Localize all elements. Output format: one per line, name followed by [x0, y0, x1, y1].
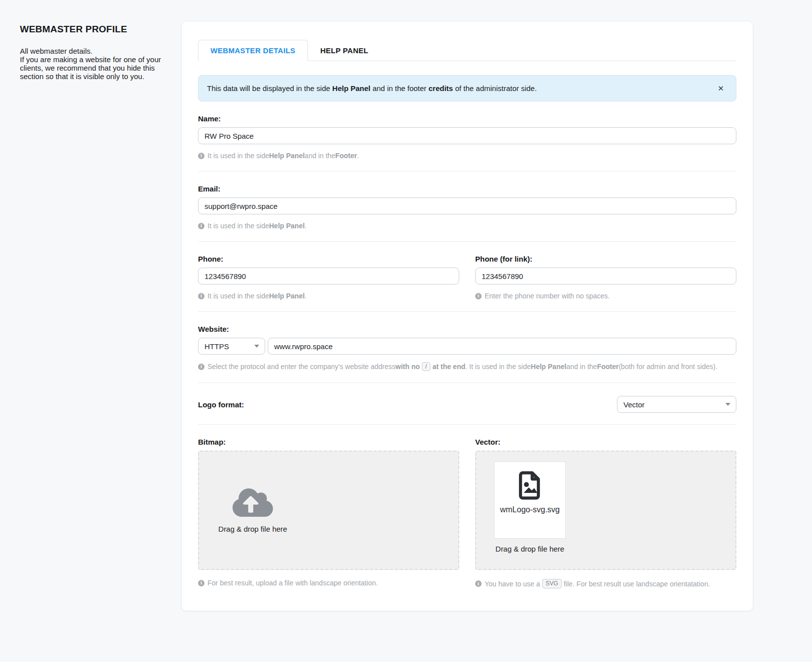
- phone-row: Phone: It is used in the side Help Panel…: [198, 255, 736, 300]
- chevron-down-icon: [725, 403, 730, 406]
- phone-link-help: Enter the phone number with no spaces.: [475, 292, 736, 300]
- website-label: Website:: [198, 325, 736, 333]
- logo-format-value: Vector: [623, 400, 645, 409]
- divider: [198, 311, 736, 312]
- email-label: Email:: [198, 185, 736, 193]
- website-input[interactable]: [268, 338, 736, 355]
- file-preview-card[interactable]: wmLogo-svg.svg: [494, 462, 566, 539]
- vector-label: Vector:: [475, 438, 736, 446]
- page-title: WEBMASTER PROFILE: [20, 24, 180, 35]
- tab-bar: WEBMASTER DETAILS HELP PANEL: [198, 40, 736, 61]
- phone-label: Phone:: [198, 255, 459, 263]
- website-row: HTTPS: [198, 338, 736, 355]
- info-icon: [475, 293, 482, 299]
- phone-link-label: Phone (for link):: [475, 255, 736, 263]
- chevron-down-icon: [254, 345, 259, 348]
- info-icon: [198, 153, 204, 159]
- name-input[interactable]: [198, 127, 736, 144]
- alert-close-button[interactable]: ✕: [716, 84, 725, 93]
- logo-format-row: Logo format: Vector: [198, 396, 736, 413]
- website-protocol-select[interactable]: HTTPS: [198, 338, 265, 355]
- info-icon: [198, 223, 204, 229]
- phone-input[interactable]: [198, 268, 459, 284]
- name-label: Name:: [198, 114, 736, 123]
- info-alert: This data will be displayed in the side …: [198, 75, 736, 101]
- cloud-upload-icon: [231, 486, 274, 519]
- vector-help: You have to use a SVG file. For best res…: [475, 579, 736, 588]
- website-help: Select the protocol and enter the compan…: [198, 362, 736, 371]
- svg-badge: SVG: [542, 579, 562, 588]
- file-image-icon: [514, 470, 545, 501]
- name-field-group: Name: It is used in the side Help Panel …: [198, 114, 736, 160]
- alert-text: This data will be displayed in the side …: [207, 84, 537, 93]
- page-description: All webmaster details. If you are making…: [20, 47, 180, 81]
- divider: [198, 171, 736, 172]
- vector-dropzone-text: Drag & drop file here: [496, 545, 564, 553]
- bitmap-dropzone-text: Drag & drop file here: [218, 525, 287, 533]
- info-icon: [198, 293, 204, 299]
- email-input[interactable]: [198, 197, 736, 214]
- email-field-group: Email: It is used in the side Help Panel…: [198, 185, 736, 230]
- sidebar: WEBMASTER PROFILE All webmaster details.…: [20, 24, 180, 81]
- logo-format-label: Logo format:: [198, 400, 244, 409]
- website-field-group: Website: HTTPS Select the protocol and e…: [198, 325, 736, 371]
- divider: [198, 241, 736, 242]
- page-background: WEBMASTER PROFILE All webmaster details.…: [0, 0, 812, 662]
- bitmap-label: Bitmap:: [198, 438, 459, 446]
- vector-dropzone[interactable]: wmLogo-svg.svg Drag & drop file here: [475, 451, 736, 570]
- description-line: If you are making a website for one of y…: [20, 55, 180, 81]
- vector-dropzone-message: wmLogo-svg.svg Drag & drop file here: [476, 452, 584, 553]
- email-help: It is used in the side Help Panel.: [198, 222, 736, 230]
- website-protocol-value: HTTPS: [204, 342, 229, 351]
- bitmap-dropzone[interactable]: Drag & drop file here: [198, 451, 459, 570]
- info-icon: [198, 580, 204, 586]
- upload-row: Bitmap: Drag & drop file here For best r…: [198, 438, 736, 588]
- phone-link-input[interactable]: [475, 268, 736, 284]
- name-help: It is used in the side Help Panel and in…: [198, 152, 736, 160]
- bitmap-help: For best result, upload a file with land…: [198, 579, 459, 587]
- bitmap-dropzone-message: Drag & drop file here: [199, 452, 306, 533]
- info-icon: [475, 580, 482, 587]
- description-line: All webmaster details.: [20, 47, 180, 55]
- divider: [198, 424, 736, 425]
- close-icon: ✕: [717, 84, 724, 93]
- tab-help-panel[interactable]: HELP PANEL: [308, 40, 381, 61]
- bitmap-upload-group: Bitmap: Drag & drop file here For best r…: [198, 438, 459, 588]
- vector-upload-group: Vector: wmLogo-svg.svg Drag &: [475, 438, 736, 588]
- phone-link-field-group: Phone (for link): Enter the phone number…: [475, 255, 736, 300]
- tab-webmaster-details[interactable]: WEBMASTER DETAILS: [198, 40, 308, 61]
- file-name: wmLogo-svg.svg: [500, 505, 560, 515]
- divider: [198, 382, 736, 383]
- settings-card: WEBMASTER DETAILS HELP PANEL This data w…: [181, 21, 753, 611]
- phone-help: It is used in the side Help Panel.: [198, 292, 459, 300]
- info-icon: [198, 364, 204, 370]
- logo-format-select[interactable]: Vector: [617, 396, 736, 413]
- slash-key-badge: /: [422, 362, 430, 371]
- phone-field-group: Phone: It is used in the side Help Panel…: [198, 255, 459, 300]
